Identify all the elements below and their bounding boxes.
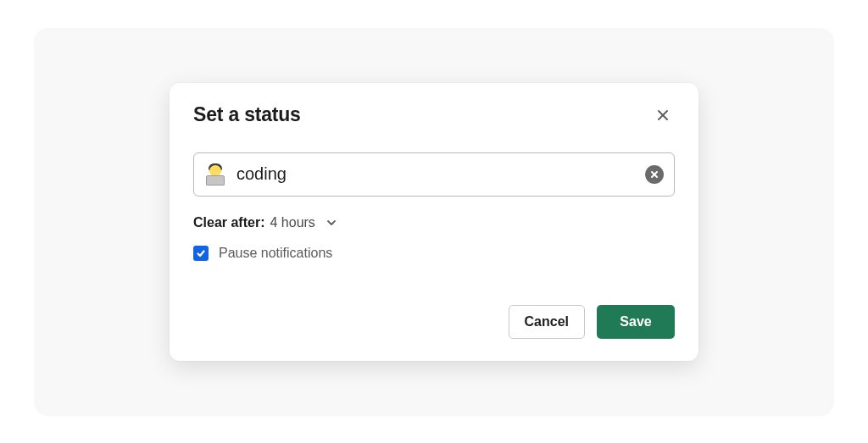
technologist-icon [204, 163, 226, 186]
status-input-container [193, 152, 675, 197]
modal-footer: Cancel Save [193, 305, 675, 339]
modal-title: Set a status [193, 103, 301, 126]
close-icon [655, 108, 670, 123]
status-emoji-picker[interactable] [203, 162, 228, 187]
backdrop-card: Set a status [34, 28, 834, 416]
status-text-input[interactable] [236, 164, 645, 184]
modal-header: Set a status [193, 103, 675, 127]
close-button[interactable] [651, 103, 675, 127]
save-button[interactable]: Save [597, 305, 675, 339]
clear-after-dropdown[interactable] [326, 217, 337, 229]
clear-after-value: 4 hours [270, 215, 314, 230]
clear-after-label: Clear after: [193, 215, 264, 230]
set-status-modal: Set a status [170, 83, 698, 361]
pause-notifications-row: Pause notifications [193, 246, 675, 261]
chevron-down-icon [326, 217, 337, 229]
check-icon [196, 248, 206, 258]
cancel-button[interactable]: Cancel [509, 305, 585, 339]
pause-notifications-checkbox[interactable] [193, 246, 209, 261]
clear-after-row: Clear after: 4 hours [193, 215, 675, 230]
clear-status-button[interactable] [645, 165, 664, 184]
x-circle-icon [650, 170, 659, 179]
pause-notifications-label: Pause notifications [219, 246, 332, 261]
